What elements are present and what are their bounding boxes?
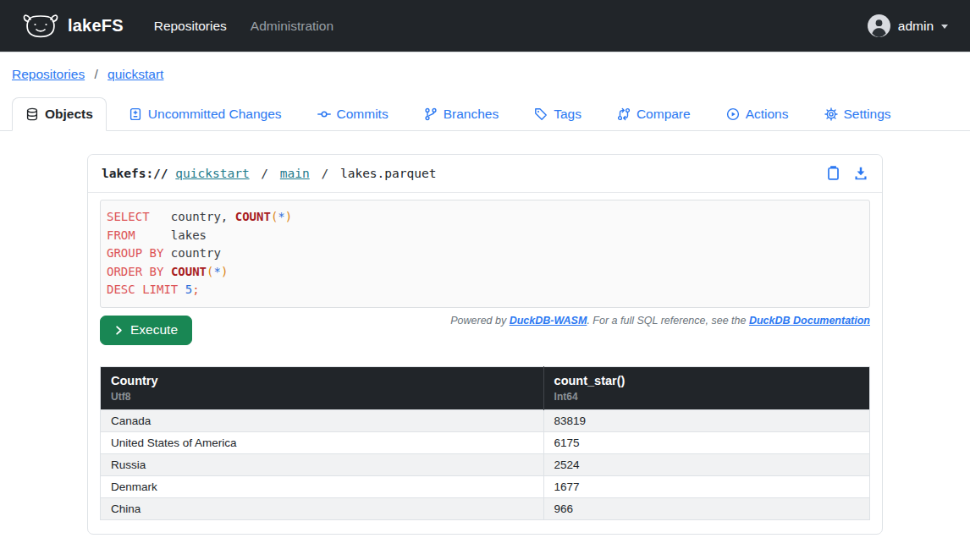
- tab-label: Uncommitted Changes: [148, 107, 282, 122]
- powered-by-middle: . For a full SQL reference, see the: [587, 315, 749, 327]
- path-separator: /: [261, 167, 268, 180]
- powered-by-note: Powered by DuckDB-WASM. For a full SQL r…: [450, 315, 870, 327]
- branch-icon: [424, 107, 438, 121]
- duckdb-docs-link[interactable]: DuckDB Documentation: [749, 315, 870, 327]
- column-type: Int64: [554, 391, 859, 403]
- execute-row: Execute Powered by DuckDB-WASM. For a fu…: [100, 312, 870, 345]
- column-name: count_star(): [554, 374, 859, 387]
- caret-down-icon: [941, 25, 948, 29]
- breadcrumb: Repositories / quickstart: [12, 67, 970, 82]
- column-name: Country: [111, 374, 533, 387]
- commit-icon: [317, 107, 331, 121]
- lakefs-logo-icon: [22, 12, 59, 41]
- play-circle-icon: [726, 107, 740, 121]
- brand-title: lakeFS: [68, 16, 124, 36]
- compare-icon: [617, 107, 631, 121]
- breadcrumb-repositories-link[interactable]: Repositories: [12, 67, 85, 81]
- object-viewer-card: lakefs:// quickstart / main / lakes.parq…: [87, 154, 883, 535]
- path-file-name: lakes.parquet: [340, 167, 437, 180]
- object-actions: [826, 166, 868, 181]
- object-path: lakefs:// quickstart / main / lakes.parq…: [102, 167, 436, 180]
- tab-uncommitted-changes[interactable]: Uncommitted Changes: [115, 97, 295, 131]
- brand-home-link[interactable]: lakeFS: [22, 12, 124, 41]
- cell-country: China: [101, 498, 544, 520]
- path-scheme: lakefs://: [102, 167, 168, 180]
- sql-editor[interactable]: SELECT country, COUNT(*)FROM lakesGROUP …: [100, 200, 870, 308]
- tab-label: Tags: [554, 107, 581, 122]
- cell-country: United States of America: [101, 432, 544, 454]
- cell-country: Russia: [101, 454, 544, 476]
- column-type: Utf8: [111, 391, 533, 403]
- copy-uri-button[interactable]: [826, 166, 840, 181]
- tab-commits[interactable]: Commits: [304, 97, 402, 131]
- path-branch-link[interactable]: main: [280, 167, 310, 180]
- cell-count: 83819: [543, 410, 869, 432]
- repo-tab-bar: Objects Uncommitted Changes Commits: [0, 97, 970, 131]
- column-header-country: Country Utf8: [101, 367, 544, 410]
- results-header: Country Utf8 count_star() Int64: [101, 367, 870, 410]
- person-circle-icon: [868, 14, 890, 37]
- user-menu[interactable]: admin: [868, 14, 948, 37]
- tag-icon: [534, 107, 548, 121]
- table-row: Russia 2524: [101, 454, 870, 476]
- clipboard-icon: [826, 166, 840, 181]
- execute-label: Execute: [130, 322, 178, 338]
- tab-actions[interactable]: Actions: [713, 97, 802, 131]
- object-viewer-body: SELECT country, COUNT(*)FROM lakesGROUP …: [88, 193, 882, 534]
- breadcrumb-separator: /: [94, 67, 97, 81]
- gear-icon: [824, 107, 838, 121]
- table-row: Denmark 1677: [101, 476, 870, 498]
- tab-label: Actions: [746, 107, 789, 122]
- cell-count: 1677: [543, 476, 869, 498]
- nav-item-repositories[interactable]: Repositories: [154, 19, 227, 34]
- table-row: United States of America 6175: [101, 432, 870, 454]
- tab-objects[interactable]: Objects: [12, 97, 107, 131]
- cell-count: 966: [543, 498, 869, 520]
- tab-label: Commits: [337, 107, 389, 122]
- tab-settings[interactable]: Settings: [811, 97, 905, 131]
- table-row: Canada 83819: [101, 410, 870, 432]
- download-button[interactable]: [853, 166, 868, 181]
- tab-label: Compare: [637, 107, 691, 122]
- duckdb-wasm-link[interactable]: DuckDB-WASM: [510, 315, 587, 327]
- tab-label: Branches: [444, 107, 499, 122]
- cell-count: 2524: [543, 454, 869, 476]
- query-results-table: Country Utf8 count_star() Int64 Canada 8…: [100, 366, 870, 520]
- path-separator: /: [321, 167, 328, 180]
- column-header-count: count_star() Int64: [543, 367, 869, 410]
- download-icon: [853, 166, 868, 181]
- object-path-bar: lakefs:// quickstart / main / lakes.parq…: [88, 155, 882, 193]
- cell-count: 6175: [543, 432, 869, 454]
- tab-label: Objects: [45, 107, 93, 122]
- powered-by-prefix: Powered by: [450, 315, 509, 327]
- database-icon: [25, 107, 39, 121]
- chevron-right-icon: [114, 325, 124, 336]
- tab-label: Settings: [844, 107, 891, 122]
- tab-tags[interactable]: Tags: [521, 97, 595, 131]
- top-navbar: lakeFS Repositories Administration admin: [0, 0, 970, 52]
- nav-item-administration[interactable]: Administration: [251, 19, 333, 34]
- cell-country: Denmark: [101, 476, 544, 498]
- breadcrumb-repo-link[interactable]: quickstart: [107, 67, 163, 81]
- cell-country: Canada: [101, 410, 544, 432]
- user-name-label: admin: [898, 19, 934, 34]
- tab-compare[interactable]: Compare: [603, 97, 704, 131]
- main-nav: Repositories Administration: [154, 19, 333, 34]
- tab-branches[interactable]: Branches: [411, 97, 512, 131]
- table-row: China 966: [101, 498, 870, 520]
- file-diff-icon: [129, 107, 142, 121]
- path-repo-link[interactable]: quickstart: [175, 167, 249, 180]
- execute-button[interactable]: Execute: [100, 316, 192, 345]
